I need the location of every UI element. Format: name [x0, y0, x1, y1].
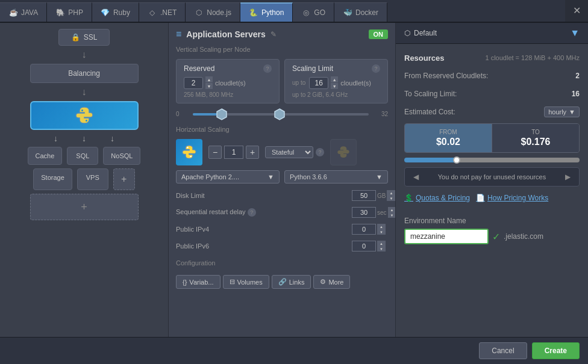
sql-button[interactable]: SQL: [67, 147, 98, 165]
node-count-decrease-button[interactable]: −: [208, 146, 222, 159]
sql-label: SQL: [76, 152, 89, 159]
estimated-label: Estimated Cost:: [404, 108, 455, 116]
links-button[interactable]: 🔗 Links: [272, 275, 311, 289]
from-reserved-row: From Reserved Cloudlets: 2: [404, 69, 580, 82]
slider-track[interactable]: [193, 113, 369, 116]
price-from-section: FROM $0.02: [405, 124, 492, 152]
tab-go[interactable]: ◎ GO: [293, 2, 334, 22]
add-node-box[interactable]: +: [30, 194, 139, 220]
banner-left-arrow[interactable]: ◀: [413, 173, 419, 181]
price-to-label: TO: [499, 129, 572, 135]
cost-slider-thumb[interactable]: [453, 156, 460, 164]
reserved-down-button[interactable]: ▼: [205, 83, 213, 89]
restart-value-group: sec ▲ ▼: [352, 207, 388, 218]
version-select[interactable]: Python 3.6.6 ▼: [284, 170, 388, 184]
nosql-button[interactable]: NoSQL: [103, 147, 140, 165]
balancing-box[interactable]: Balancing: [30, 64, 139, 83]
disk-stepper[interactable]: ▲ ▼: [387, 190, 395, 201]
node-count-value: 1: [224, 146, 243, 159]
to-scaling-row: To Scaling Limit: 16: [404, 87, 580, 100]
cost-slider-container[interactable]: [404, 158, 580, 162]
storage-button[interactable]: Storage: [33, 168, 72, 190]
banner-right-arrow[interactable]: ▶: [565, 173, 571, 181]
reserved-stepper[interactable]: ▲ ▼: [205, 76, 213, 89]
ipv4-up-button[interactable]: ▲: [377, 224, 386, 229]
restart-stepper[interactable]: ▲ ▼: [388, 207, 395, 218]
disk-input[interactable]: [352, 190, 376, 201]
tab-php[interactable]: 🐘 PHP: [47, 2, 92, 22]
config-label: Configuration: [176, 258, 388, 268]
engine-select[interactable]: Apache Python 2.... ▼: [176, 170, 280, 184]
add-node-icon: +: [81, 201, 87, 214]
tab-net[interactable]: ◇ .NET: [139, 2, 186, 22]
create-button[interactable]: Create: [532, 342, 580, 359]
how-pricing-link[interactable]: 📄 How Pricing Works: [476, 194, 548, 202]
ipv4-input[interactable]: [352, 224, 376, 235]
toggle-on-button[interactable]: ON: [369, 29, 389, 39]
docker-icon: 🐳: [343, 8, 352, 17]
cancel-button[interactable]: Cancel: [479, 342, 527, 359]
more-button[interactable]: ⚙ More: [313, 275, 350, 289]
engine-label: Apache Python 2....: [181, 173, 239, 180]
restart-help-icon[interactable]: ?: [248, 208, 256, 217]
ipv6-stepper[interactable]: ▲ ▼: [377, 241, 386, 251]
add-service-button[interactable]: +: [113, 168, 135, 190]
scaling-limit-down-button[interactable]: ▼: [331, 83, 338, 89]
disk-down-button[interactable]: ▼: [387, 196, 395, 201]
cache-button[interactable]: Cache: [28, 147, 63, 165]
dropdown-row: Apache Python 2.... ▼ Python 3.6.6 ▼: [176, 170, 388, 184]
links-icon: 🔗: [278, 278, 287, 286]
scaling-limit-stepper[interactable]: ▲ ▼: [331, 76, 338, 89]
quotas-link[interactable]: 💲 Quotas & Pricing: [404, 194, 470, 202]
reserved-unit: cloudlet(s): [215, 79, 246, 87]
scaling-limit-row: up to 16 ▲ ▼ cloudlet(s): [292, 76, 380, 89]
restart-up-button[interactable]: ▲: [388, 207, 395, 212]
scaling-limit-up-button[interactable]: ▲: [331, 76, 338, 82]
vps-row: Storage VPS +: [33, 168, 135, 190]
slider-reserved-thumb[interactable]: [216, 108, 228, 120]
reserved-help-icon[interactable]: ?: [263, 64, 272, 73]
tab-docker[interactable]: 🐳 Docker: [334, 2, 387, 22]
reserved-title: Reserved ?: [184, 64, 272, 73]
node-count-increase-button[interactable]: +: [246, 146, 259, 159]
ipv6-down-button[interactable]: ▼: [377, 246, 386, 251]
reserved-up-button[interactable]: ▲: [205, 76, 213, 82]
stateful-help-icon[interactable]: ?: [316, 148, 324, 156]
tab-ruby[interactable]: 💎 Ruby: [92, 2, 139, 22]
disk-up-button[interactable]: ▲: [387, 190, 395, 196]
tab-java[interactable]: ☕ JAVA: [0, 2, 47, 22]
env-name-input[interactable]: [404, 229, 489, 244]
scaling-limit-info: up to 2 GiB, 6.4 GHz: [292, 91, 380, 98]
ipv6-up-button[interactable]: ▲: [377, 241, 386, 246]
python-mini-icon[interactable]: [176, 139, 202, 165]
slider-limit-thumb[interactable]: [274, 108, 286, 120]
restart-unit: sec: [377, 209, 387, 216]
restart-input[interactable]: [352, 207, 376, 218]
volumes-icon: ⊟: [230, 278, 235, 286]
slider-max: 32: [374, 111, 388, 117]
ipv4-stepper[interactable]: ▲ ▼: [377, 224, 386, 235]
close-button[interactable]: ✕: [565, 0, 588, 22]
disk-row: Disk Limit GB ▲ ▼: [176, 188, 388, 203]
resources-label: Resources: [404, 54, 444, 63]
ssl-box[interactable]: 🔒 SSL: [58, 29, 110, 46]
vps-button[interactable]: VPS: [77, 168, 108, 190]
ipv6-input[interactable]: [352, 241, 376, 251]
variables-button[interactable]: {} Variab...: [176, 275, 220, 289]
right-panel-chevron-icon[interactable]: ▼: [570, 28, 580, 39]
java-icon: ☕: [8, 8, 18, 17]
volumes-button[interactable]: ⊟ Volumes: [223, 275, 269, 289]
python-node[interactable]: [30, 101, 139, 130]
disk-value-group: GB ▲ ▼: [352, 190, 388, 201]
tab-python[interactable]: 🐍 Python: [240, 2, 293, 22]
variables-label: Variab...: [189, 279, 213, 286]
stateful-select[interactable]: Stateful Stateless: [265, 146, 313, 158]
hourly-select[interactable]: hourly ▼: [544, 106, 580, 117]
edit-icon[interactable]: ✎: [271, 30, 277, 39]
scaling-limit-help-icon[interactable]: ?: [372, 64, 380, 73]
ipv4-down-button[interactable]: ▼: [377, 229, 386, 235]
panel-title: Application Servers: [186, 29, 266, 39]
restart-down-button[interactable]: ▼: [388, 212, 395, 218]
tab-nodejs[interactable]: ⬡ Node.js: [186, 2, 240, 22]
svg-point-2: [187, 147, 189, 149]
